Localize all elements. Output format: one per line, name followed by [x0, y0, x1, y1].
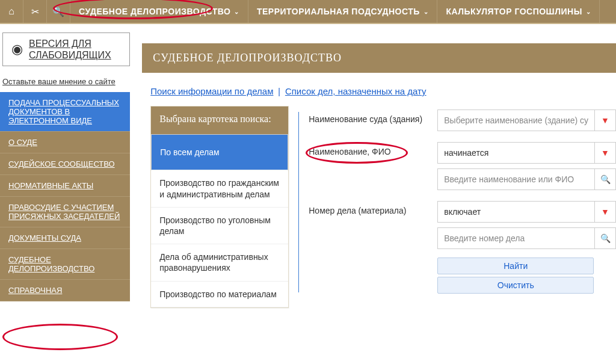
select-value: начинается: [438, 148, 594, 158]
form-row-case-number: Номер дела (материала) включает ▼ Введит…: [309, 201, 616, 249]
home-icon[interactable]: ⌂: [0, 0, 23, 23]
sub-links: Поиск информации по делам | Список дел, …: [142, 73, 616, 106]
vertical-divider: [298, 112, 299, 292]
link-search-cases[interactable]: Поиск информации по делам: [150, 86, 273, 96]
select-value: включает: [438, 207, 594, 217]
sidebar-item[interactable]: СУДЕЙСКОЕ СООБЩЕСТВО: [0, 153, 130, 175]
case-mode-select[interactable]: включает ▼: [437, 201, 616, 223]
search-form: Наименование суда (здания) Выберите наим…: [309, 106, 616, 308]
search-icon[interactable]: 🔍: [594, 169, 615, 190]
dropdown-icon[interactable]: ▼: [594, 143, 615, 163]
name-mode-select[interactable]: начинается ▼: [437, 142, 616, 164]
top-menu-item-3[interactable]: КАЛЬКУЛЯТОР ГОСПОШЛИНЫ ⌄: [437, 0, 600, 23]
content: СУДЕБНОЕ ДЕЛОПРОИЗВОДСТВО Поиск информац…: [130, 24, 616, 308]
card-item[interactable]: По всем делам: [151, 134, 288, 170]
page-title: СУДЕБНОЕ ДЕЛОПРОИЗВОДСТВО: [142, 43, 616, 73]
case-input[interactable]: Введите номер дела 🔍: [437, 227, 616, 249]
feedback-link[interactable]: Оставьте ваше мнение о сайте: [2, 77, 116, 86]
card-item[interactable]: Производство по уголовным делам: [151, 208, 288, 244]
catalog-card: Выбрана картотека поиска: По всем делам …: [150, 106, 289, 308]
search-icon[interactable]: 🔍: [594, 228, 615, 248]
top-nav: ⌂ ✂ 🔍 СУДЕБНОЕ ДЕЛОПРОИЗВОДСТВО ⌄ ТЕРРИТ…: [0, 0, 616, 23]
top-menu-item-2[interactable]: ТЕРРИТОРИАЛЬНАЯ ПОДСУДНОСТЬ ⌄: [248, 0, 437, 23]
link-scheduled-cases[interactable]: Список дел, назначенных на дату: [285, 86, 427, 96]
dropdown-icon[interactable]: ▼: [594, 110, 615, 131]
search-panel: Выбрана картотека поиска: По всем делам …: [142, 106, 616, 308]
card-heading: Выбрана картотека поиска:: [151, 106, 288, 134]
card-item[interactable]: Дела об административных правонарушениях: [151, 244, 288, 281]
sidebar-item[interactable]: О СУДЕ: [0, 132, 130, 153]
chevron-down-icon: ⌄: [234, 8, 239, 15]
sidebar: ПОДАЧА ПРОЦЕССУАЛЬНЫХ ДОКУМЕНТОВ В ЭЛЕКТ…: [0, 92, 130, 301]
accessibility-label: ВЕРСИЯ ДЛЯ СЛАБОВИДЯЩИХ: [29, 38, 121, 61]
form-label: Номер дела (материала): [309, 201, 429, 215]
sidebar-item[interactable]: ПРАВОСУДИЕ С УЧАСТИЕМ ПРИСЯЖНЫХ ЗАСЕДАТЕ…: [0, 197, 130, 227]
form-row-court: Наименование суда (здания) Выберите наим…: [309, 110, 616, 131]
annotation-ellipse: [2, 324, 118, 350]
card-item[interactable]: Производство по материалам: [151, 282, 288, 307]
top-menu-label: ТЕРРИТОРИАЛЬНАЯ ПОДСУДНОСТЬ: [257, 7, 420, 16]
form-label: Наименование, ФИО: [309, 142, 429, 156]
input-placeholder: Введите номер дела: [438, 233, 594, 243]
name-input[interactable]: Введите наименование или ФИО 🔍: [437, 168, 616, 190]
accessibility-link[interactable]: ◉ ВЕРСИЯ ДЛЯ СЛАБОВИДЯЩИХ: [2, 32, 130, 66]
court-select[interactable]: Выберите наименование (здание) су ▼: [437, 110, 616, 131]
top-menu: СУДЕБНОЕ ДЕЛОПРОИЗВОДСТВО ⌄ ТЕРРИТОРИАЛЬ…: [70, 0, 600, 23]
sidebar-item[interactable]: ПОДАЧА ПРОЦЕССУАЛЬНЫХ ДОКУМЕНТОВ В ЭЛЕКТ…: [0, 92, 130, 132]
select-placeholder: Выберите наименование (здание) су: [438, 116, 594, 125]
card-list: По всем делам Производство по граждански…: [151, 134, 288, 307]
sidebar-item[interactable]: ДОКУМЕНТЫ СУДА: [0, 227, 130, 249]
top-menu-item-1[interactable]: СУДЕБНОЕ ДЕЛОПРОИЗВОДСТВО ⌄: [70, 0, 248, 23]
form-row-name: Наименование, ФИО начинается ▼ Введите н…: [309, 142, 616, 190]
clear-button[interactable]: Очистить: [437, 277, 594, 294]
accessibility-bar: ◉ ВЕРСИЯ ДЛЯ СЛАБОВИДЯЩИХ: [0, 24, 130, 66]
eye-icon: ◉: [11, 42, 23, 57]
dropdown-icon[interactable]: ▼: [594, 202, 615, 222]
input-placeholder: Введите наименование или ФИО: [438, 174, 594, 184]
card-item[interactable]: Производство по гражданским и администра…: [151, 170, 288, 207]
separator: |: [278, 87, 280, 96]
chevron-down-icon: ⌄: [424, 8, 429, 15]
top-menu-label: КАЛЬКУЛЯТОР ГОСПОШЛИНЫ: [446, 7, 582, 16]
sidebar-item[interactable]: НОРМАТИВНЫЕ АКТЫ: [0, 175, 130, 197]
top-menu-label: СУДЕБНОЕ ДЕЛОПРОИЗВОДСТВО: [79, 7, 230, 16]
sidebar-item[interactable]: СУДЕБНОЕ ДЕЛОПРОИЗВОДСТВО: [0, 249, 130, 280]
search-icon[interactable]: 🔍: [47, 0, 70, 23]
form-label: Наименование суда (здания): [309, 110, 429, 124]
form-actions: Найти Очистить: [437, 258, 594, 294]
chevron-down-icon: ⌄: [586, 8, 591, 15]
tools-icon[interactable]: ✂: [23, 0, 47, 23]
find-button[interactable]: Найти: [437, 258, 594, 274]
sidebar-item[interactable]: СПРАВОЧНАЯ: [0, 280, 130, 301]
